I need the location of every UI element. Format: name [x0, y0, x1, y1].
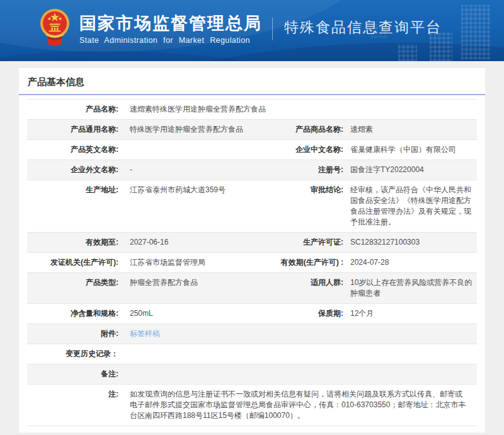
table-row: 变更历史记录： [27, 344, 477, 364]
table-row: 企业外文名称:-注册号:国食注字TY20220004 [27, 160, 477, 180]
field-label: 生产许可证: [252, 237, 343, 248]
field-value: 250mL [118, 308, 252, 319]
table-row: 注:如发现查询的信息与注册证书不一致或对相关信息有疑问，请将相关问题及联系方式以… [27, 385, 477, 426]
header-divider [272, 18, 273, 40]
field-value: 10岁以上存在营养风险或营养不良的肿瘤患者 [343, 277, 477, 299]
section-title-accent-line [19, 94, 485, 95]
field-value: 如发现查询的信息与注册证书不一致或对相关信息有疑问，请将相关问题及联系方式以传真… [118, 389, 477, 421]
field-value [118, 349, 477, 359]
field-value: 速熠素 [343, 124, 477, 135]
field-value [118, 369, 477, 380]
field-value: 2027-06-16 [118, 237, 252, 248]
field-value: 特殊医学用途肿瘤全营养配方食品 [118, 124, 252, 135]
field-label: 有效期(生产许可) : [252, 257, 343, 268]
field-value: 江苏省市场监督管理局 [118, 257, 252, 268]
field-value: 肿瘤全营养配方食品 [118, 277, 252, 299]
field-label: 企业中文名称: [252, 144, 343, 155]
field-value: 2024-07-28 [343, 257, 477, 268]
field-value: 标签样稿 [118, 328, 477, 339]
field-label: 备注: [27, 369, 118, 380]
section-title: 产品基本信息 [19, 68, 485, 94]
field-label: 发证机关(生产许可): [27, 257, 118, 268]
table-row: 产品英文名称:企业中文名称:雀巢健康科学（中国）有限公司 [27, 140, 477, 160]
field-label: 审批结论: [252, 185, 343, 228]
china-national-emblem-icon [39, 8, 71, 50]
org-titles: 国家市场监督管理总局 State Administration for Mark… [79, 14, 262, 45]
field-label: 产品英文名称: [27, 144, 118, 155]
table-row: 净含量和规格:250mL保质期:12个月 [27, 304, 477, 324]
field-value: SC12832127100303 [343, 237, 477, 248]
table-row: 产品类型:肿瘤全营养配方食品适用人群:10岁以上存在营养风险或营养不良的肿瘤患者 [27, 273, 477, 304]
site-header-banner: 国家市场监督管理总局 State Administration for Mark… [0, 0, 504, 61]
table-row: 发证机关(生产许可):江苏省市场监督管理局有效期(生产许可) :2024-07-… [27, 253, 477, 273]
table-row: 附件:标签样稿 [27, 324, 477, 344]
field-label: 注册号: [252, 165, 343, 175]
field-value: 经审核，该产品符合《中华人民共和国食品安全法》《特殊医学用途配方食品注册管理办法… [343, 185, 477, 228]
info-table: 产品名称:速熠素特殊医学用途肿瘤全营养配方食品产品通用名称:特殊医学用途肿瘤全营… [27, 99, 477, 426]
table-row: 有效期至:2027-06-16生产许可证:SC12832127100303 [27, 233, 477, 253]
product-info-card: 产品基本信息 产品名称:速熠素特殊医学用途肿瘤全营养配方食品产品通用名称:特殊医… [19, 68, 485, 432]
org-name-english: State Administration for Market Regulati… [79, 36, 262, 45]
banner-pixel-building-decoration [461, 5, 490, 59]
field-label: 产品商品名称: [252, 124, 343, 135]
field-label: 适用人群: [252, 277, 343, 299]
platform-name: 特殊食品信息查询平台 [284, 18, 442, 37]
field-label: 保质期: [252, 308, 343, 319]
field-label: 注: [27, 389, 118, 421]
field-value: 雀巢健康科学（中国）有限公司 [343, 144, 477, 155]
table-row: 产品通用名称:特殊医学用途肿瘤全营养配方食品产品商品名称:速熠素 [27, 120, 477, 140]
field-value: 国食注字TY20220004 [343, 165, 477, 175]
field-label: 产品通用名称: [27, 124, 118, 135]
field-label: 生产地址: [27, 185, 118, 228]
field-label: 净含量和规格: [27, 308, 118, 319]
table-row: 产品名称:速熠素特殊医学用途肿瘤全营养配方食品 [27, 100, 477, 120]
table-row: 生产地址:江苏省泰州市药城大道359号审批结论:经审核，该产品符合《中华人民共和… [27, 180, 477, 233]
field-label: 企业外文名称: [27, 165, 118, 175]
attachment-link[interactable]: 标签样稿 [130, 329, 160, 338]
field-value: 速熠素特殊医学用途肿瘤全营养配方食品 [118, 104, 477, 115]
field-label: 产品类型: [27, 277, 118, 299]
org-name-chinese: 国家市场监督管理总局 [79, 14, 262, 33]
field-value: 12个月 [343, 308, 477, 319]
table-row: 备注: [27, 364, 477, 385]
field-value: - [118, 165, 252, 175]
field-label: 附件: [27, 328, 118, 339]
field-label: 产品名称: [27, 104, 118, 115]
field-value [118, 144, 252, 155]
field-value: 江苏省泰州市药城大道359号 [118, 185, 252, 228]
field-label: 变更历史记录： [27, 349, 118, 359]
field-label: 有效期至: [27, 237, 118, 248]
site-brand: 国家市场监督管理总局 State Administration for Mark… [39, 8, 442, 50]
